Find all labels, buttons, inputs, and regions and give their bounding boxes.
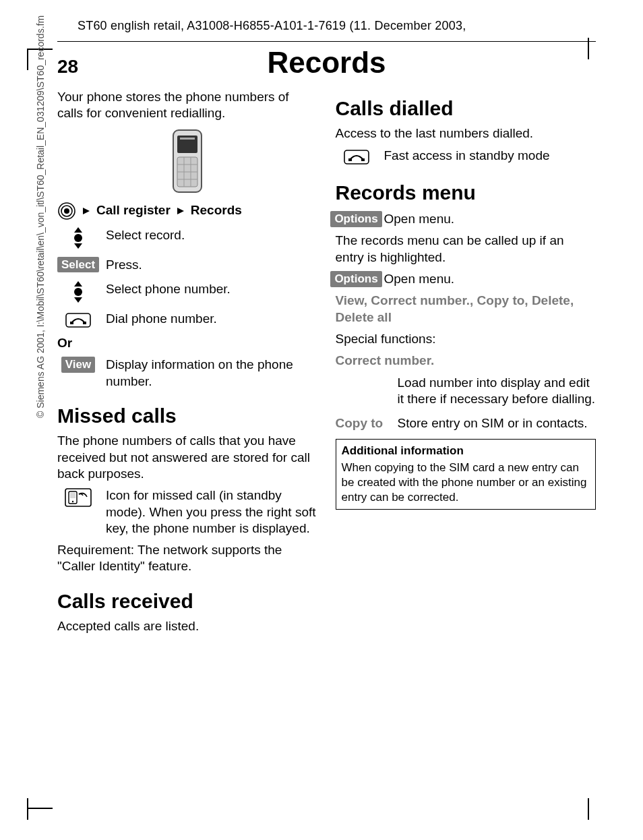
missed-paragraph: The phone numbers of calls that you have… (57, 433, 318, 482)
records-menu-para: The records menu can be called up if an … (336, 233, 596, 266)
svg-marker-14 (74, 227, 82, 233)
svg-marker-19 (74, 297, 82, 303)
page-title: Records (57, 46, 596, 80)
softkey-options[interactable]: Options (330, 211, 381, 227)
received-paragraph: Accepted calls are listed. (57, 618, 318, 634)
call-key-icon (336, 148, 377, 167)
or-label: Or (57, 335, 318, 351)
dialled-paragraph: Access to the last numbers dialled. (336, 125, 596, 142)
records-open-menu-2: Open menu. (384, 271, 596, 287)
missed-icon-desc: Icon for missed call (in standby mode). … (106, 487, 318, 537)
softkey-view[interactable]: View (61, 357, 95, 373)
up-down-joystick-icon (57, 281, 99, 303)
joystick-icon (57, 202, 76, 220)
header-rule (57, 41, 596, 42)
heading-calls-received: Calls received (57, 589, 318, 614)
svg-point-15 (74, 234, 82, 242)
svg-point-11 (64, 208, 69, 214)
step-dial: Dial phone number. (106, 311, 318, 327)
arrow-icon (176, 206, 185, 216)
svg-point-25 (72, 501, 73, 502)
svg-rect-29 (361, 158, 365, 161)
svg-marker-12 (83, 208, 90, 214)
step-press: Press. (106, 257, 318, 273)
softkey-options[interactable]: Options (330, 271, 381, 287)
call-key-icon (57, 311, 99, 330)
records-menu-list: View, Correct number., Copy to, Delete, … (336, 293, 596, 326)
missed-call-icon (57, 487, 99, 508)
info-box-title: Additional information (342, 444, 590, 458)
step-select-record: Select record. (106, 227, 318, 243)
correct-number-desc: Load number into display and edit it the… (398, 375, 596, 408)
copy-to-label: Copy to (336, 415, 391, 431)
info-box-body: When copying to the SIM card a new entry… (342, 460, 590, 504)
svg-marker-16 (74, 243, 82, 249)
svg-marker-17 (74, 281, 82, 287)
missed-requirement: Requirement: The network supports the "C… (57, 542, 318, 575)
heading-calls-dialled: Calls dialled (336, 96, 596, 121)
vertical-copyright: © Siemens AG 2001, I:\Mobil\ST60\retail\… (35, 16, 46, 418)
intro-paragraph: Your phone stores the phone numbers of c… (57, 89, 318, 122)
heading-records-menu: Records menu (336, 180, 596, 206)
svg-rect-22 (83, 322, 86, 324)
correct-number-label: Correct number. (336, 353, 596, 369)
step-select-number: Select phone number. (106, 281, 318, 297)
heading-missed-calls: Missed calls (57, 403, 318, 429)
step-view: Display information on the phone number. (106, 357, 318, 390)
up-down-joystick-icon (57, 227, 99, 249)
softkey-select[interactable]: Select (57, 257, 99, 273)
svg-rect-2 (180, 138, 195, 140)
svg-rect-26 (70, 493, 75, 498)
phone-illustration (57, 127, 318, 195)
nav-records: Records (191, 202, 242, 218)
nav-call-register: Call register (96, 202, 171, 218)
svg-rect-20 (66, 313, 90, 327)
records-special-functions: Special functions: (336, 331, 596, 347)
running-header: ST60 english retail, A31008-H6855-A101-1… (78, 19, 596, 33)
additional-info-box: Additional information When copying to t… (336, 439, 596, 510)
svg-rect-28 (348, 158, 352, 161)
svg-point-18 (74, 288, 82, 296)
svg-rect-27 (344, 150, 369, 164)
records-open-menu: Open menu. (384, 211, 596, 227)
svg-rect-21 (70, 322, 73, 324)
dialled-fast-access: Fast access in standby mode (384, 148, 596, 164)
arrow-icon (82, 206, 91, 216)
copy-to-desc: Store entry on SIM or in contacts. (398, 415, 596, 431)
svg-marker-13 (177, 208, 184, 214)
